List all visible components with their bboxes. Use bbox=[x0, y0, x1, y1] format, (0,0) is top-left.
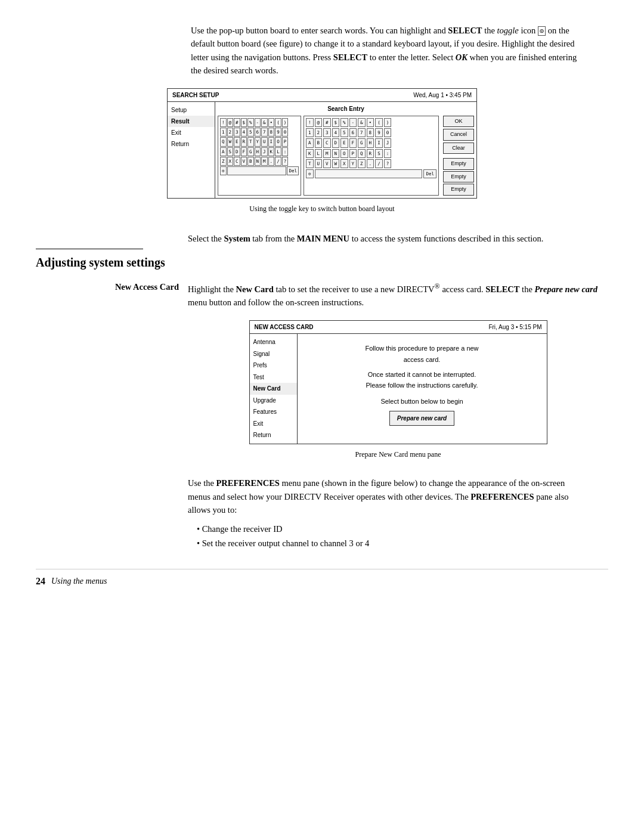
clear-button[interactable]: Clear bbox=[443, 143, 474, 154]
key-P[interactable]: P bbox=[282, 137, 289, 146]
key-rparen[interactable]: ) bbox=[282, 118, 289, 127]
key-Q[interactable]: Q bbox=[220, 137, 227, 146]
key-C[interactable]: C bbox=[234, 157, 240, 166]
key-period[interactable]: . bbox=[268, 157, 275, 166]
rkey-5[interactable]: 5 bbox=[340, 128, 348, 137]
nac-tab-features[interactable]: Features bbox=[250, 406, 297, 418]
key-$[interactable]: $ bbox=[241, 118, 247, 127]
rkey-T[interactable]: T bbox=[306, 159, 314, 168]
rkey-colon[interactable]: : bbox=[384, 149, 392, 158]
rkey-3[interactable]: 3 bbox=[323, 128, 331, 137]
key-N[interactable]: N bbox=[255, 157, 261, 166]
rkey-L[interactable]: L bbox=[315, 149, 323, 158]
rkey-#[interactable]: # bbox=[323, 118, 331, 127]
rkey-Z[interactable]: Z bbox=[358, 159, 366, 168]
key-F[interactable]: F bbox=[241, 147, 247, 156]
key-Z[interactable]: Z bbox=[220, 157, 227, 166]
key-Y[interactable]: Y bbox=[255, 137, 261, 146]
key-0[interactable]: 0 bbox=[282, 128, 289, 137]
key-R[interactable]: R bbox=[241, 137, 247, 146]
key-6[interactable]: 6 bbox=[255, 128, 261, 137]
key-del-left[interactable]: Del bbox=[287, 166, 299, 175]
key-amp[interactable]: & bbox=[261, 118, 268, 127]
rkey-J[interactable]: J bbox=[384, 138, 392, 147]
sidebar-tab-result[interactable]: Result bbox=[168, 116, 215, 127]
key-B[interactable]: B bbox=[247, 157, 254, 166]
ok-button[interactable]: OK bbox=[443, 116, 474, 128]
key-toggle-left[interactable]: ⊙ bbox=[220, 166, 227, 175]
rkey-![interactable]: ! bbox=[306, 118, 314, 127]
empty-button-2[interactable]: Empty bbox=[443, 171, 474, 183]
sidebar-tab-setup[interactable]: Setup bbox=[168, 104, 215, 116]
key-M[interactable]: M bbox=[261, 157, 268, 166]
key-V[interactable]: V bbox=[241, 157, 247, 166]
key-W[interactable]: W bbox=[227, 137, 234, 146]
rkey-minus[interactable]: - bbox=[349, 118, 357, 127]
key-2[interactable]: 2 bbox=[227, 128, 234, 137]
key-1[interactable]: 1 bbox=[220, 128, 227, 137]
key-3[interactable]: 3 bbox=[234, 128, 240, 137]
key-%[interactable]: % bbox=[247, 118, 254, 127]
rkey-F[interactable]: F bbox=[349, 138, 357, 147]
key-D[interactable]: D bbox=[234, 147, 240, 156]
rkey-dot[interactable]: • bbox=[367, 118, 374, 127]
rkey-0[interactable]: 0 bbox=[384, 128, 392, 137]
rkey-$[interactable]: $ bbox=[332, 118, 340, 127]
key-I[interactable]: I bbox=[268, 137, 275, 146]
rkey-I[interactable]: I bbox=[375, 138, 383, 147]
rkey-A[interactable]: A bbox=[306, 138, 314, 147]
rkey-B[interactable]: B bbox=[315, 138, 323, 147]
key-dot[interactable]: • bbox=[268, 118, 275, 127]
key-question[interactable]: ? bbox=[282, 157, 289, 166]
nac-tab-antenna[interactable]: Antenna bbox=[250, 336, 297, 348]
rkey-V[interactable]: V bbox=[323, 159, 331, 168]
rkey-7[interactable]: 7 bbox=[358, 128, 366, 137]
rkey-O[interactable]: O bbox=[340, 149, 348, 158]
rkey-C[interactable]: C bbox=[323, 138, 331, 147]
rkey-rparen[interactable]: ) bbox=[384, 118, 392, 127]
key-T[interactable]: T bbox=[247, 137, 254, 146]
key-7[interactable]: 7 bbox=[261, 128, 268, 137]
empty-button-3[interactable]: Empty bbox=[443, 184, 474, 196]
key-S[interactable]: S bbox=[227, 147, 234, 156]
nac-tab-signal[interactable]: Signal bbox=[250, 348, 297, 360]
nac-tab-prefs[interactable]: Prefs bbox=[250, 360, 297, 371]
rkey-X[interactable]: X bbox=[340, 159, 348, 168]
rkey-Y[interactable]: Y bbox=[349, 159, 357, 168]
key-minus[interactable]: - bbox=[255, 118, 261, 127]
rkey-Q[interactable]: Q bbox=[358, 149, 366, 158]
rkey-8[interactable]: 8 bbox=[367, 128, 374, 137]
nac-tab-test[interactable]: Test bbox=[250, 371, 297, 383]
key-K[interactable]: K bbox=[268, 147, 275, 156]
rkey-slash[interactable]: / bbox=[375, 159, 383, 168]
rkey-2[interactable]: 2 bbox=[315, 128, 323, 137]
key-X[interactable]: X bbox=[227, 157, 234, 166]
sidebar-tab-exit[interactable]: Exit bbox=[168, 127, 215, 138]
rkey-W[interactable]: W bbox=[332, 159, 340, 168]
key-@[interactable]: @ bbox=[227, 118, 234, 127]
rkey-G[interactable]: G bbox=[358, 138, 366, 147]
sidebar-tab-return[interactable]: Return bbox=[168, 138, 215, 150]
rkey-E[interactable]: E bbox=[340, 138, 348, 147]
rkey-K[interactable]: K bbox=[306, 149, 314, 158]
key-#[interactable]: # bbox=[234, 118, 240, 127]
key-8[interactable]: 8 bbox=[268, 128, 275, 137]
key-lparen[interactable]: ( bbox=[275, 118, 281, 127]
rkey-D[interactable]: D bbox=[332, 138, 340, 147]
rkey-space[interactable] bbox=[315, 169, 423, 178]
rkey-%[interactable]: % bbox=[340, 118, 348, 127]
rkey-S[interactable]: S bbox=[375, 149, 383, 158]
key-![interactable]: ! bbox=[220, 118, 227, 127]
key-J[interactable]: J bbox=[261, 147, 268, 156]
key-colon[interactable]: : bbox=[282, 147, 289, 156]
key-U[interactable]: U bbox=[261, 137, 268, 146]
rkey-@[interactable]: @ bbox=[315, 118, 323, 127]
nac-tab-return[interactable]: Return bbox=[250, 429, 297, 441]
rkey-N[interactable]: N bbox=[332, 149, 340, 158]
rkey-H[interactable]: H bbox=[367, 138, 374, 147]
key-4[interactable]: 4 bbox=[241, 128, 247, 137]
rkey-del[interactable]: Del bbox=[423, 169, 436, 178]
prepare-new-card-button[interactable]: Prepare new card bbox=[389, 411, 454, 426]
rkey-question[interactable]: ? bbox=[384, 159, 392, 168]
rkey-P[interactable]: P bbox=[349, 149, 357, 158]
